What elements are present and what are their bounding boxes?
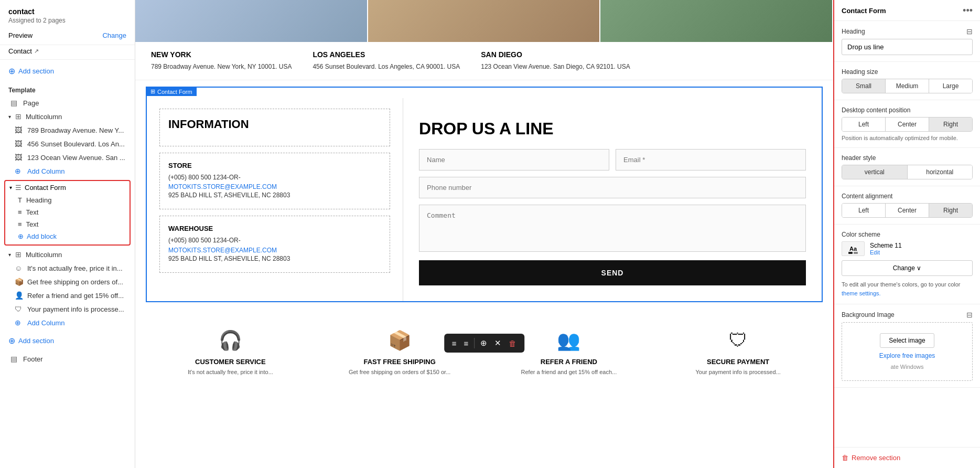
phone-input[interactable] (419, 177, 806, 198)
name-input[interactable] (419, 149, 609, 171)
sidebar-item-service[interactable]: ☺ It's not actually free, price it in... (0, 261, 135, 275)
chevron-cf-icon: ▾ (9, 185, 12, 190)
text-icon-2: ≡ (18, 220, 22, 228)
sidebar-item-shipping[interactable]: 📦 Get free shipping on orders of... (0, 275, 135, 289)
cf-text-item-2[interactable]: ≡ Text (5, 218, 130, 230)
sidebar-item-addr2[interactable]: 🖼 456 Sunset Boulevard. Los An... (0, 137, 135, 151)
chevron-icon: ▾ (8, 114, 11, 120)
text-item-label-1: Text (26, 208, 39, 216)
toolbar-btn-settings[interactable]: ✕ (492, 337, 504, 349)
multicolumn-label: Multicolumn (26, 113, 62, 121)
heading-input[interactable] (842, 39, 973, 55)
add-column-button-1[interactable]: ⊕ Add Column (0, 164, 135, 178)
comment-input[interactable] (419, 205, 806, 252)
sidebar-item-footer[interactable]: ▤ Footer (0, 352, 135, 366)
page-icon: ▤ (10, 99, 19, 107)
store-address: 925 BALD HILL ST, ASHEVILLE, NC 28803 (168, 190, 381, 200)
change-scheme-button[interactable]: Change ∨ (842, 260, 973, 276)
align-center-btn[interactable]: Center (886, 204, 929, 217)
sidebar-item-addr3[interactable]: 🖼 123 Ocean View Avenue. San ... (0, 151, 135, 164)
city-los-angeles: LOS ANGELES (313, 50, 460, 59)
sidebar-header: contact Assigned to 2 pages (0, 0, 135, 26)
cf-group-items: T Heading ≡ Text ≡ Text ⊕ Add block (5, 194, 130, 244)
toolbar-btn-add[interactable]: ⊕ (478, 337, 490, 349)
sidebar-item-refer[interactable]: 👤 Refer a friend and get 15% off... (0, 289, 135, 302)
plus-block-icon: ⊕ (18, 232, 24, 240)
store-phone: (+005) 800 500 1234-OR- (168, 173, 381, 183)
style-vertical-btn[interactable]: vertical (842, 165, 908, 179)
right-panel: Contact Form ••• Heading ⊟ Heading size … (833, 0, 980, 468)
align-left-btn[interactable]: Left (842, 204, 886, 217)
align-right-btn[interactable]: Right (929, 204, 972, 217)
send-button[interactable]: SEND (419, 260, 806, 285)
page-label: Page (23, 99, 126, 107)
multicolumn-icon: ⊞ (15, 112, 21, 121)
city-san-diego: SAN DIEGO (481, 50, 630, 59)
fast-shipping-icon: 📦 (388, 329, 412, 352)
refer-icon: 👤 (15, 291, 23, 300)
add-block-button[interactable]: ⊕ Add block (5, 230, 130, 242)
store-section: STORE (+005) 800 500 1234-OR- MOTOKITS.S… (168, 162, 381, 200)
theme-settings-link[interactable]: theme settings. (842, 290, 881, 296)
location-san-diego: SAN DIEGO 123 Ocean View Avenue. San Die… (481, 50, 630, 71)
multicolumn2-icon: ⊞ (15, 250, 21, 259)
add-section-button-top[interactable]: ⊕ Add section (8, 64, 126, 78)
select-image-button[interactable]: Select image (880, 333, 934, 348)
sidebar-item-multicolumn-1[interactable]: ▾ ⊞ Multicolumn (0, 110, 135, 123)
text-icon-1: ≡ (18, 208, 22, 216)
city-new-york: NEW YORK (151, 50, 292, 59)
bg-image-label: Background Image ⊟ (842, 311, 973, 319)
heading-size-group: Small Medium Large (842, 79, 973, 93)
change-link[interactable]: Change (102, 31, 126, 39)
toolbar-btn-align[interactable]: ≡ (449, 337, 459, 349)
position-center-btn[interactable]: Center (886, 118, 929, 131)
cf-text-item-1[interactable]: ≡ Text (5, 206, 130, 218)
scheme-info: Scheme 11 Edit (870, 242, 973, 256)
fast-shipping-title: FAST FREE SHIPPING (364, 358, 436, 366)
toolbar-btn-delete[interactable]: 🗑 (506, 337, 519, 349)
style-horizontal-btn[interactable]: horizontal (908, 165, 973, 179)
plus-icon: ⊕ (8, 66, 15, 76)
store-email[interactable]: MOTOKITS.STORE@EXAMPLE.COM (168, 183, 277, 190)
address-new-york: 789 Broadway Avenue. New York, NY 10001.… (151, 62, 292, 71)
contact-form-group-header[interactable]: ▾ ☰ Contact Form (5, 181, 130, 194)
position-left-btn[interactable]: Left (842, 118, 886, 131)
email-input[interactable] (616, 149, 806, 171)
add-column-label-1: Add Column (27, 167, 126, 175)
info-heading: INFORMATION (168, 118, 381, 131)
payment-label: Your payment info is processe... (27, 305, 126, 313)
explore-images-link[interactable]: Explore free images (879, 352, 935, 359)
page-canvas: NEW YORK 789 Broadway Avenue. New York, … (135, 0, 833, 468)
size-medium-btn[interactable]: Medium (886, 79, 929, 93)
scheme-edit-link[interactable]: Edit (870, 249, 973, 256)
rp-more-button[interactable]: ••• (963, 5, 973, 16)
rp-heading-section: Heading ⊟ (834, 21, 980, 62)
sidebar-item-payment[interactable]: 🛡 Your payment info is processe... (0, 302, 135, 316)
bg-image-save-icon: ⊟ (966, 311, 973, 319)
shipping-icon: 📦 (15, 278, 23, 286)
cf-heading-item[interactable]: T Heading (5, 194, 130, 206)
size-small-btn[interactable]: Small (842, 79, 886, 93)
phone-row (419, 177, 806, 198)
add-section-button-bottom[interactable]: ⊕ Add section (8, 334, 126, 348)
size-large-btn[interactable]: Large (929, 79, 972, 93)
information-box: INFORMATION (159, 109, 390, 146)
image-icon-1: 🖼 (15, 126, 23, 134)
cf-badge-label: Contact Form (157, 89, 192, 95)
text-item-label-2: Text (26, 220, 39, 228)
toolbar-btn-list[interactable]: ≡ (461, 337, 471, 349)
sidebar-item-multicolumn-2[interactable]: ▾ ⊞ Multicolumn (0, 248, 135, 261)
add-section-top: ⊕ Add section (0, 60, 135, 82)
plus-col-icon-2: ⊕ (15, 318, 23, 327)
contact-form-badge: ⊞ Contact Form (146, 87, 197, 96)
warehouse-email[interactable]: MOTOKITS.STORE@EXAMPLE.COM (168, 247, 277, 254)
shipping-label: Get free shipping on orders of... (27, 278, 126, 286)
sidebar-item-page[interactable]: ▤ Page (0, 96, 135, 110)
warehouse-heading: WAREHOUSE (168, 225, 381, 232)
contact-form-group: ▾ ☰ Contact Form T Heading ≡ Text ≡ Text… (4, 180, 131, 246)
sidebar-item-addr1[interactable]: 🖼 789 Broadway Avenue. New Y... (0, 123, 135, 137)
add-block-label: Add block (27, 232, 57, 240)
position-right-btn[interactable]: Right (929, 118, 972, 131)
add-column-button-2[interactable]: ⊕ Add Column (0, 316, 135, 329)
remove-section-button[interactable]: 🗑 Remove section (834, 447, 980, 468)
